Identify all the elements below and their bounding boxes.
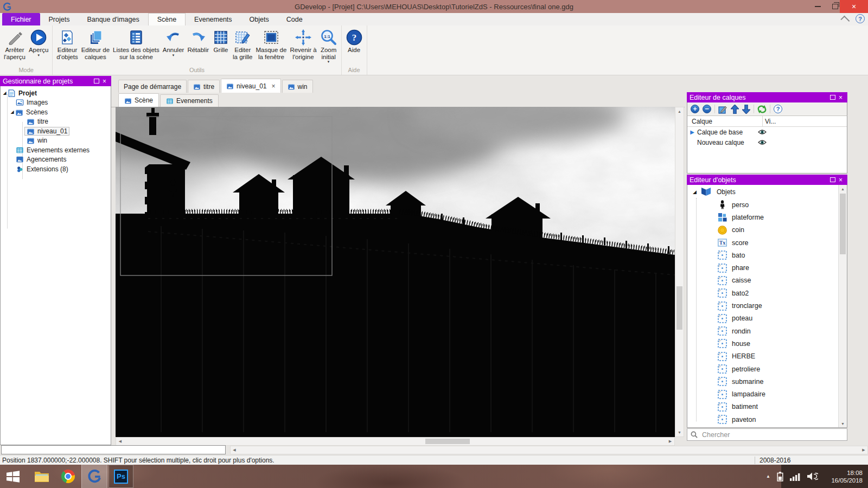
tree-node-extensions[interactable]: Extensions (8): [1, 164, 111, 174]
clock[interactable]: 18:08 16/05/2018: [825, 469, 863, 484]
dropdown-arrow-icon[interactable]: ▼: [327, 60, 330, 64]
window-mask-button[interactable]: Masque de la fenêtre: [254, 27, 288, 66]
close-panel-icon[interactable]: ×: [100, 77, 108, 85]
zoom-initial-button[interactable]: 1:1 Zoom initial ▼: [318, 27, 339, 66]
close-tab-icon[interactable]: ×: [271, 82, 275, 90]
menu-evenements[interactable]: Evenements: [186, 13, 240, 25]
taskbar-photoshop[interactable]: Ps: [108, 465, 133, 488]
help-icon[interactable]: ?: [856, 14, 865, 23]
menu-projets[interactable]: Projets: [40, 13, 79, 25]
object-item-rondin[interactable]: rondin: [687, 325, 847, 337]
remove-layer-icon[interactable]: −: [703, 105, 711, 113]
object-item-submarine[interactable]: submarine: [687, 375, 847, 388]
object-item-bato[interactable]: bato: [687, 249, 847, 261]
objects-scrollbar[interactable]: ▲ ▼: [838, 185, 847, 427]
scroll-up-icon[interactable]: ▲: [839, 185, 847, 192]
tab-titre[interactable]: titre: [188, 80, 220, 93]
object-item-coin[interactable]: coin: [687, 224, 847, 236]
object-item-tronclarge[interactable]: tronclarge: [687, 299, 847, 312]
expander-icon[interactable]: ◢: [693, 189, 700, 195]
object-item-paveton[interactable]: paveton: [687, 413, 847, 426]
tree-node-agencements[interactable]: Agencements: [1, 155, 111, 165]
menu-code[interactable]: Code: [278, 13, 311, 25]
float-panel-icon[interactable]: [92, 77, 100, 85]
move-layer-up-icon[interactable]: [731, 105, 739, 114]
object-item-petroliere[interactable]: petroliere: [687, 363, 847, 375]
dropdown-arrow-icon[interactable]: ▼: [172, 54, 175, 57]
column-calque[interactable]: Calque: [687, 116, 763, 126]
scroll-left-icon[interactable]: ◀: [116, 438, 124, 445]
help-button[interactable]: ? Aide: [344, 27, 365, 66]
object-search-box[interactable]: [687, 428, 847, 441]
object-item-herbe[interactable]: HERBE: [687, 350, 847, 363]
layers-editor-button[interactable]: Editeur de calques: [80, 27, 111, 66]
dropdown-arrow-icon[interactable]: ▼: [37, 54, 40, 57]
tab-page-demarrage[interactable]: Page de démarrage: [118, 80, 187, 93]
scene-canvas[interactable]: [116, 107, 675, 437]
expander-icon[interactable]: ◢: [9, 110, 15, 114]
edit-grid-button[interactable]: Editer la grille: [231, 27, 254, 66]
preview-button[interactable]: Aperçu ▼: [27, 27, 50, 66]
tab-niveau-01[interactable]: niveau_01 ×: [221, 79, 280, 93]
close-panel-icon[interactable]: ×: [837, 93, 845, 101]
scroll-right-icon[interactable]: ▶: [860, 446, 867, 454]
layer-row-base[interactable]: ▶ Calque de base: [687, 127, 847, 137]
scroll-left-icon[interactable]: ◀: [231, 446, 238, 454]
stop-preview-button[interactable]: Arrêter l'aperçu: [2, 27, 27, 66]
minimize-button[interactable]: [809, 0, 826, 13]
float-panel-icon[interactable]: [828, 176, 837, 184]
object-item-lampadaire[interactable]: lampadaire: [687, 388, 847, 400]
taskbar-file-explorer[interactable]: [29, 465, 54, 488]
ground[interactable]: [116, 214, 675, 437]
menu-fichier[interactable]: Fichier: [2, 13, 40, 25]
scrollbar-thumb[interactable]: [425, 439, 470, 444]
left-house-wall[interactable]: [145, 164, 185, 215]
tree-node-niveau-01[interactable]: niveau_01: [1, 126, 111, 136]
tab-scene-view[interactable]: Scène: [118, 93, 159, 107]
object-item-poteau[interactable]: poteau: [687, 312, 847, 325]
grid-button[interactable]: Grille: [210, 27, 231, 66]
scroll-down-icon[interactable]: ▼: [675, 428, 684, 436]
object-item-bato2[interactable]: bato2: [687, 287, 847, 299]
canvas-horizontal-scrollbar[interactable]: ◀ ▶: [116, 437, 675, 446]
battery-icon[interactable]: [777, 472, 783, 481]
tree-node-win[interactable]: win: [1, 136, 111, 146]
visibility-eye-icon[interactable]: [758, 139, 767, 145]
layer-row-nouveau[interactable]: Nouveau calque: [687, 137, 847, 147]
layers-help-icon[interactable]: ?: [774, 105, 782, 113]
close-panel-icon[interactable]: ×: [837, 176, 845, 184]
visibility-eye-icon[interactable]: [758, 129, 767, 135]
object-item-plateforme[interactable]: plateforme: [687, 211, 847, 223]
undo-button[interactable]: Annuler ▼: [161, 27, 186, 66]
object-item-perso[interactable]: perso: [687, 198, 847, 211]
tab-win[interactable]: win: [282, 80, 313, 93]
canvas-vertical-scrollbar[interactable]: ▲ ▼: [675, 107, 684, 437]
tab-events-view[interactable]: Evenements: [160, 94, 219, 107]
network-signal-icon[interactable]: [790, 472, 801, 481]
redo-button[interactable]: Rétablir: [186, 27, 210, 66]
object-item-phare[interactable]: phare: [687, 261, 847, 274]
menu-scene[interactable]: Scène: [148, 13, 186, 25]
scroll-up-icon[interactable]: ▲: [675, 107, 684, 115]
return-origin-button[interactable]: Revenir à l'origine: [288, 27, 318, 66]
menu-banque-images[interactable]: Banque d'images: [78, 13, 148, 25]
object-item-batiment[interactable]: batiment: [687, 401, 847, 413]
close-button[interactable]: ×: [840, 0, 868, 13]
volume-icon[interactable]: [807, 472, 818, 481]
move-layer-down-icon[interactable]: [742, 105, 750, 114]
refresh-icon[interactable]: [757, 105, 767, 113]
scrollbar-thumb[interactable]: [676, 286, 682, 330]
scene-objects-list-button[interactable]: Listes des objets sur la scène: [111, 27, 161, 66]
search-input[interactable]: [701, 431, 844, 439]
frame-horizontal-scrollbar[interactable]: ◀ ▶: [230, 446, 868, 454]
object-item-house[interactable]: house: [687, 337, 847, 350]
menu-objets[interactable]: Objets: [241, 13, 278, 25]
scroll-down-icon[interactable]: ▼: [839, 420, 847, 427]
tree-node-objets-root[interactable]: ◢ Objets: [687, 185, 847, 198]
tree-node-titre[interactable]: titre: [1, 117, 111, 127]
taskbar-chrome[interactable]: [55, 465, 80, 488]
tree-node-scenes[interactable]: ◢ Scènes: [1, 107, 111, 117]
taskbar-gdevelop[interactable]: [81, 465, 107, 488]
expander-icon[interactable]: ◢: [2, 91, 8, 95]
object-item-caisse[interactable]: caisse: [687, 274, 847, 287]
